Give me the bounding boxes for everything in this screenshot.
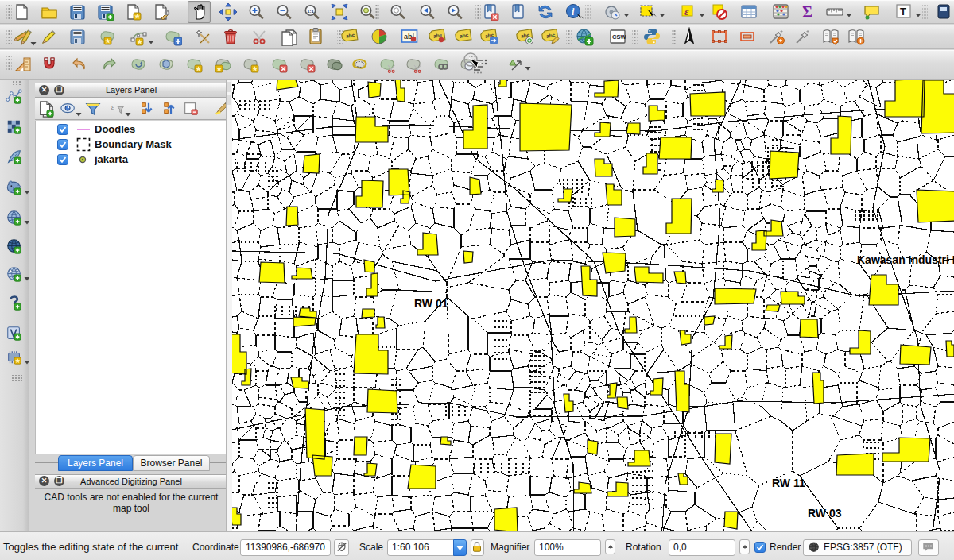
svg-text:ab: ab xyxy=(433,33,440,39)
svg-text:RW 01: RW 01 xyxy=(414,297,448,310)
svg-text:T: T xyxy=(900,6,906,17)
svg-text:RW 03: RW 03 xyxy=(808,507,842,519)
svg-text:1:1: 1:1 xyxy=(307,9,314,14)
svg-text:ε: ε xyxy=(684,6,689,17)
svg-text:RW 11: RW 11 xyxy=(772,477,805,489)
svg-text:ε: ε xyxy=(111,102,114,111)
svg-text:Kawasan Industri Pe: Kawasan Industri Pe xyxy=(857,253,954,266)
svg-text:CSW: CSW xyxy=(612,33,626,41)
svg-text:Σ: Σ xyxy=(802,3,812,21)
